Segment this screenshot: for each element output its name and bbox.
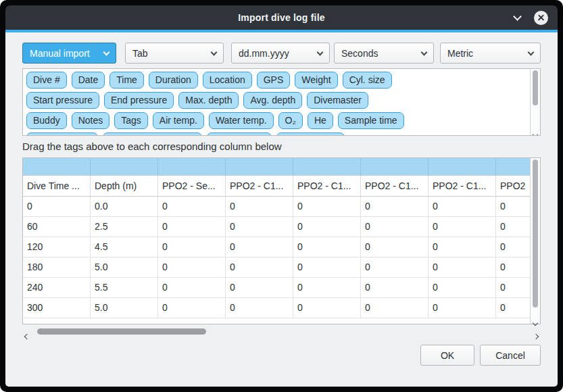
table-cell[interactable]: 0 [158,278,226,297]
tag-pill[interactable]: Start pressure [26,92,99,109]
column-drop-target[interactable] [293,158,361,175]
column-header[interactable]: PPO2 - C1... [361,176,429,196]
tag-pill[interactable]: Avg. depth [243,92,302,109]
table-cell[interactable]: 5.0 [91,258,158,277]
tag-pill[interactable]: Air temp. [153,112,204,129]
combo-units[interactable]: Metric [440,43,541,64]
combo-field-separator[interactable]: Tab [125,43,224,64]
scroll-down-button[interactable] [531,127,540,134]
column-header[interactable]: Depth (m) [91,176,158,196]
horizontal-scrollbar-thumb[interactable] [37,328,206,335]
titlebar-collapse-button[interactable] [511,11,523,24]
cancel-button[interactable]: Cancel [480,345,541,366]
tag-pill[interactable]: Sample temperature [103,132,202,136]
combo-duration-format[interactable]: Seconds [334,43,434,64]
table-cell[interactable]: 0 [496,217,530,237]
column-drop-target[interactable] [496,158,530,175]
tag-pill[interactable]: Divemaster [307,92,368,109]
tag-pill[interactable]: GPS [257,72,291,89]
table-cell[interactable]: 0 [496,237,530,257]
table-cell[interactable]: 0 [361,217,429,237]
table-cell[interactable]: 0 [293,278,361,297]
table-cell[interactable]: 0 [226,278,293,297]
table-cell[interactable]: 4.5 [91,237,158,257]
table-cell[interactable]: 0 [158,237,226,257]
scroll-down-button[interactable] [531,316,540,322]
tag-pill[interactable]: O₂ [278,112,303,129]
tag-pill[interactable]: Max. depth [178,92,239,109]
close-button[interactable] [534,11,548,25]
table-vertical-scrollbar[interactable] [530,158,540,324]
column-header[interactable]: PPO2 - C1... [293,176,361,196]
table-cell[interactable]: 0 [293,197,361,216]
table-cell[interactable]: 0 [158,258,226,277]
table-cell[interactable]: 0 [293,237,361,257]
table-cell[interactable]: 0 [226,258,293,277]
table-cell[interactable]: 0.0 [91,197,158,216]
tag-pill[interactable]: Dive # [26,72,67,89]
tag-pill[interactable]: Tags [114,112,148,129]
tag-pill[interactable]: Water temp. [209,112,274,129]
table-cell[interactable]: 0 [496,298,530,318]
table-cell[interactable]: 0 [293,298,361,318]
table-cell[interactable]: 0 [293,258,361,277]
table-cell[interactable]: 0 [361,237,429,257]
table-cell[interactable]: 5.5 [91,278,158,297]
table-cell[interactable]: 0 [361,197,429,216]
column-drop-target[interactable] [23,158,91,175]
table-cell[interactable]: 0 [226,237,293,257]
scroll-right-button[interactable] [534,329,538,341]
table-cell[interactable]: 0 [496,278,530,297]
table-cell[interactable]: 0 [429,258,496,277]
tag-pill[interactable]: Location [203,72,252,89]
table-cell[interactable]: 240 [23,278,91,297]
tag-pill[interactable]: Date [72,72,105,89]
table-cell[interactable]: 0 [496,258,530,277]
table-cell[interactable]: 180 [23,258,91,277]
table-cell[interactable]: 0 [429,197,496,216]
tag-pill[interactable]: Sample time [338,112,404,129]
tag-pill[interactable]: Cyl. size [343,72,392,89]
tag-pill[interactable]: Weight [295,72,337,89]
table-cell[interactable]: 0 [361,278,429,297]
column-header[interactable]: PPO2 - C1... [226,176,293,196]
column-drop-target[interactable] [158,158,226,175]
table-cell[interactable]: 0 [429,298,496,318]
ok-button[interactable]: OK [420,345,474,366]
column-drop-target[interactable] [91,158,158,175]
table-cell[interactable]: 0 [429,237,496,257]
table-cell[interactable]: 0 [496,197,530,216]
scroll-left-button[interactable] [25,329,29,341]
column-drop-target[interactable] [361,158,429,175]
table-cell[interactable]: 0 [429,278,496,297]
tag-pill[interactable]: Duration [149,72,198,89]
column-header[interactable]: Dive Time ... [23,176,91,196]
table-cell[interactable]: 0 [226,217,293,237]
tags-scrollbar[interactable] [530,69,540,135]
combo-import-mode[interactable]: Manual import [22,43,116,64]
table-horizontal-scrollbar[interactable] [22,326,541,337]
tag-pill[interactable]: Sample CNS [276,132,345,136]
table-cell[interactable]: 0 [429,217,496,237]
table-scrollbar-thumb[interactable] [533,160,538,308]
tag-pill[interactable]: Sample pO₂ [207,132,271,136]
tag-pill[interactable]: Time [109,72,144,89]
tag-pill[interactable]: Notes [72,112,110,129]
tag-pill[interactable]: He [308,112,333,129]
column-drop-target[interactable] [226,158,293,175]
table-cell[interactable]: 0 [361,258,429,277]
table-cell[interactable]: 60 [23,217,91,237]
column-header[interactable]: PPO2 [496,176,530,196]
titlebar[interactable]: Import dive log file [5,5,558,30]
tag-pill[interactable]: Buddy [26,112,67,129]
table-cell[interactable]: 0 [226,298,293,318]
table-cell[interactable]: 0 [293,217,361,237]
combo-date-format[interactable]: dd.mm.yyyy [231,43,330,64]
table-cell[interactable]: 0 [23,197,91,216]
table-cell[interactable]: 0 [361,298,429,318]
column-header[interactable]: PPO2 - Se... [158,176,226,196]
column-header[interactable]: PPO2 - C1... [429,176,496,196]
table-cell[interactable]: 0 [226,197,293,216]
table-cell[interactable]: 0 [158,217,226,237]
table-cell[interactable]: 2.5 [91,217,158,237]
